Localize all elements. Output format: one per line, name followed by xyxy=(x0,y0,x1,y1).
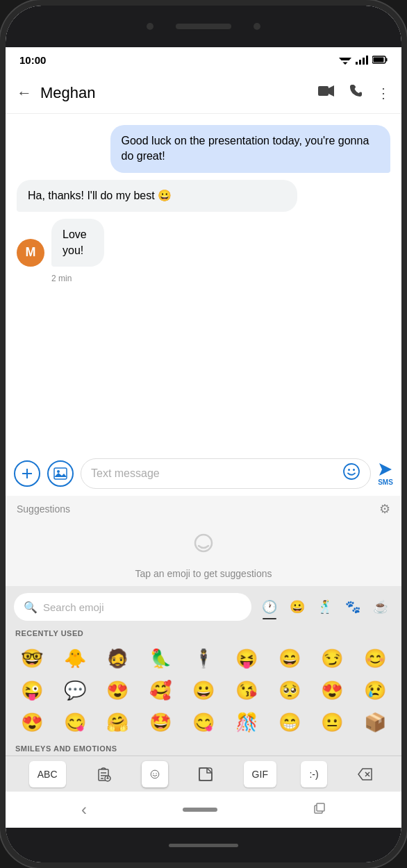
svg-point-19 xyxy=(353,469,355,471)
avatar: M xyxy=(17,239,44,267)
delete-button[interactable] xyxy=(351,761,378,787)
emoji-item[interactable]: 😐 xyxy=(311,707,353,737)
emoticon-label: :-) xyxy=(309,769,318,780)
svg-rect-36 xyxy=(317,803,324,811)
back-button[interactable]: ← xyxy=(17,84,32,102)
svg-marker-20 xyxy=(379,463,392,476)
suggestions-content: Tap an emoji to get suggestions xyxy=(6,522,401,586)
tab-animals[interactable]: 🐾 xyxy=(340,594,365,619)
svg-point-15 xyxy=(57,470,60,473)
sms-send-button[interactable]: SMS xyxy=(378,462,393,486)
message-group: Love you! xyxy=(51,219,122,267)
emoji-item[interactable]: 😜 xyxy=(11,675,53,706)
tab-people[interactable]: 🕺 xyxy=(313,594,338,619)
emoji-item[interactable]: 😘 xyxy=(226,675,267,706)
emoji-item[interactable]: 🦜 xyxy=(140,643,181,674)
signal-icon xyxy=(356,55,368,65)
status-time: 10:00 xyxy=(19,54,46,66)
emoticon-button[interactable]: :-) xyxy=(301,761,326,787)
emoji-item[interactable]: 🧔 xyxy=(97,643,139,674)
voice-call-icon[interactable] xyxy=(349,84,363,101)
svg-rect-4 xyxy=(359,60,361,65)
suggestions-bar: Suggestions ⚙ xyxy=(6,496,401,522)
svg-rect-9 xyxy=(374,58,384,62)
contact-name: Meghan xyxy=(40,84,310,102)
emoji-item[interactable]: 😊 xyxy=(354,643,396,674)
emoji-search-box[interactable]: 🔍 Search emoji xyxy=(14,593,251,621)
input-placeholder: Text message xyxy=(91,467,337,480)
speaker-bar xyxy=(176,24,231,29)
camera-dot-1 xyxy=(147,23,153,30)
svg-rect-8 xyxy=(386,58,388,62)
emoji-button[interactable] xyxy=(342,462,360,485)
sticker-button[interactable] xyxy=(192,761,219,787)
svg-rect-3 xyxy=(356,62,358,65)
emoji-item[interactable]: 😋 xyxy=(183,707,224,737)
emoji-item[interactable]: 😀 xyxy=(183,675,224,706)
svg-rect-14 xyxy=(54,468,67,479)
emoji-keyboard-button[interactable] xyxy=(142,761,168,787)
keyboard-bottom-bar: ABC xyxy=(6,756,401,792)
sms-label: SMS xyxy=(378,478,393,486)
svg-rect-6 xyxy=(366,56,368,65)
home-indicator xyxy=(169,844,238,847)
emoji-item[interactable]: 🤓 xyxy=(11,643,53,674)
emoji-item[interactable]: 😍 xyxy=(11,707,53,737)
abc-label: ABC xyxy=(38,769,58,780)
svg-point-17 xyxy=(344,464,359,479)
emoji-item[interactable]: 🤩 xyxy=(140,707,181,737)
gif-button[interactable]: GIF xyxy=(244,761,276,787)
phone-bottom xyxy=(6,828,401,862)
emoji-item[interactable]: 😍 xyxy=(97,675,139,706)
emoji-item[interactable]: 😏 xyxy=(311,643,353,674)
received-message-container: Ha, thanks! I'll do my best 😀 xyxy=(17,180,390,212)
message-time: 2 min xyxy=(51,274,390,283)
svg-point-30 xyxy=(153,773,153,774)
abc-button[interactable]: ABC xyxy=(29,761,66,787)
nav-home-indicator[interactable] xyxy=(183,808,217,812)
emoji-item[interactable]: 😄 xyxy=(269,643,310,674)
add-button[interactable] xyxy=(14,460,40,487)
header-actions: ⋮ xyxy=(318,84,390,101)
emoji-search-row: 🔍 Search emoji 🕐 😀 🕺 🐾 ☕ xyxy=(6,586,401,625)
emoji-item[interactable]: 😢 xyxy=(354,675,396,706)
emoji-item[interactable]: 🥺 xyxy=(269,675,310,706)
emoji-category-tabs: 🕐 😀 🕺 🐾 ☕ xyxy=(257,594,393,619)
emoji-item[interactable]: 😁 xyxy=(269,707,310,737)
tab-food[interactable]: ☕ xyxy=(368,594,393,619)
emoji-item[interactable]: 🐥 xyxy=(54,643,96,674)
emoji-item[interactable]: 🎊 xyxy=(226,707,267,737)
emoji-item[interactable]: 📦 xyxy=(354,707,396,737)
tab-smileys[interactable]: 😀 xyxy=(285,594,310,619)
video-call-icon[interactable] xyxy=(318,85,335,101)
emoji-item[interactable]: 💬 xyxy=(54,675,96,706)
text-input-box[interactable]: Text message xyxy=(81,458,371,489)
media-button[interactable] xyxy=(47,460,74,487)
emoji-item[interactable]: 🥰 xyxy=(140,675,181,706)
nav-recents[interactable] xyxy=(313,802,326,818)
settings-icon[interactable]: ⚙ xyxy=(379,501,390,517)
phone-frame: 10:00 xyxy=(0,0,407,868)
emoji-item[interactable]: 🤗 xyxy=(97,707,139,737)
suggestions-label: Suggestions xyxy=(17,503,70,515)
recently-used-label: RECENTLY USED xyxy=(6,625,401,640)
emoji-item[interactable]: 😋 xyxy=(54,707,96,737)
nav-back[interactable]: ‹ xyxy=(81,800,87,819)
clipboard-button[interactable] xyxy=(90,761,117,787)
status-icons xyxy=(339,55,388,65)
system-nav: ‹ xyxy=(6,792,401,828)
emoji-item[interactable]: 😍 xyxy=(311,675,353,706)
sent-message-container: Good luck on the presentation today, you… xyxy=(17,125,390,173)
sent-message: Good luck on the presentation today, you… xyxy=(110,125,391,173)
emoji-item[interactable]: 😝 xyxy=(226,643,267,674)
svg-point-21 xyxy=(195,535,212,551)
svg-rect-13 xyxy=(22,473,32,474)
wifi-icon xyxy=(339,55,351,65)
recently-used-grid: 🤓 🐥 🧔 🦜 🕴 😝 😄 😏 😊 😜 💬 😍 🥰 😀 😘 🥺 😍 😢 xyxy=(6,640,401,740)
status-bar: 10:00 xyxy=(6,47,401,72)
tab-recent[interactable]: 🕐 xyxy=(257,594,282,619)
phone-top xyxy=(6,6,401,47)
more-options-icon[interactable]: ⋮ xyxy=(376,85,390,101)
emoji-item[interactable]: 🕴 xyxy=(183,643,224,674)
avatar-received-message: Love you! xyxy=(51,219,104,267)
